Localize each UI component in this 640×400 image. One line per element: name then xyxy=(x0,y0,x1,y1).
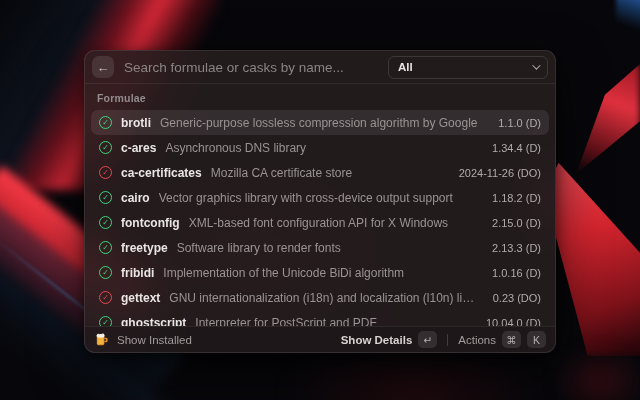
status-check-icon: ✓ xyxy=(99,116,112,129)
return-key-icon: ↵ xyxy=(418,331,437,348)
wallpaper-shape-topright-blue xyxy=(616,0,640,36)
formula-version: 1.18.2 (D) xyxy=(492,192,541,204)
formula-description: Software library to render fonts xyxy=(177,241,475,255)
status-check-icon: ✓ xyxy=(99,266,112,279)
list-item-cairo[interactable]: ✓ cairo Vector graphics library with cro… xyxy=(91,185,549,210)
filter-dropdown[interactable]: All xyxy=(388,56,548,79)
list-item-brotli[interactable]: ✓ brotli Generic-purpose lossless compre… xyxy=(91,110,549,135)
formula-name: ghostscript xyxy=(121,316,186,327)
formula-description: Generic-purpose lossless compression alg… xyxy=(160,116,481,130)
k-key-icon: K xyxy=(527,331,546,348)
formula-description: XML-based font configuration API for X W… xyxy=(189,216,475,230)
command-key-icon: ⌘ xyxy=(502,331,521,348)
show-installed-button[interactable]: Show Installed xyxy=(117,334,192,346)
actions-button[interactable]: Actions xyxy=(458,334,496,346)
formula-description: Asynchronous DNS library xyxy=(165,141,475,155)
footer-divider xyxy=(447,334,448,346)
formula-description: GNU internationalization (i18n) and loca… xyxy=(169,291,475,305)
formula-version: 2024-11-26 (DO) xyxy=(459,167,541,179)
formula-name: fontconfig xyxy=(121,216,180,230)
formula-version: 0.23 (DO) xyxy=(493,292,541,304)
wallpaper-shape-right-cone-upper xyxy=(562,64,640,174)
show-details-button[interactable]: Show Details xyxy=(341,334,413,346)
list-item-ghostscript[interactable]: ✓ ghostscript Interpreter for PostScript… xyxy=(91,310,549,326)
footer-left: Show Installed xyxy=(94,332,192,347)
status-check-icon: ✓ xyxy=(99,316,112,326)
formula-version: 2.15.0 (D) xyxy=(492,217,541,229)
back-button[interactable]: ← xyxy=(92,56,114,78)
list-item-c-ares[interactable]: ✓ c-ares Asynchronous DNS library 1.34.4… xyxy=(91,135,549,160)
search-input[interactable] xyxy=(124,60,388,75)
formula-version: 1.34.4 (D) xyxy=(492,142,541,154)
status-check-icon: ✓ xyxy=(99,141,112,154)
section-label: Formulae xyxy=(91,84,549,110)
list-item-freetype[interactable]: ✓ freetype Software library to render fo… xyxy=(91,235,549,260)
list-item-ca-certificates[interactable]: ✓ ca-certificates Mozilla CA certificate… xyxy=(91,160,549,185)
formula-name: gettext xyxy=(121,291,160,305)
wallpaper-shape-right-cone-lower xyxy=(544,146,640,356)
formula-name: ca-certificates xyxy=(121,166,202,180)
status-check-icon: ✓ xyxy=(99,291,112,304)
search-header: ← All xyxy=(85,51,555,84)
results-list: Formulae ✓ brotli Generic-purpose lossle… xyxy=(85,84,555,326)
formula-name: c-ares xyxy=(121,141,156,155)
formula-description: Implementation of the Unicode BiDi algor… xyxy=(163,266,475,280)
status-check-icon: ✓ xyxy=(99,241,112,254)
footer-bar: Show Installed Show Details ↵ Actions ⌘ … xyxy=(85,326,555,352)
formula-name: freetype xyxy=(121,241,168,255)
formula-version: 2.13.3 (D) xyxy=(492,242,541,254)
beer-mug-icon xyxy=(94,332,109,347)
status-check-icon: ✓ xyxy=(99,191,112,204)
formula-description: Vector graphics library with cross-devic… xyxy=(159,191,475,205)
list-item-fontconfig[interactable]: ✓ fontconfig XML-based font configuratio… xyxy=(91,210,549,235)
formula-version: 10.04.0 (D) xyxy=(486,317,541,327)
footer-right: Show Details ↵ Actions ⌘ K xyxy=(341,331,546,348)
formula-name: brotli xyxy=(121,116,151,130)
status-check-icon: ✓ xyxy=(99,166,112,179)
formula-version: 1.0.16 (D) xyxy=(492,267,541,279)
status-check-icon: ✓ xyxy=(99,216,112,229)
formula-version: 1.1.0 (D) xyxy=(498,117,541,129)
back-arrow-icon: ← xyxy=(97,60,110,75)
formula-description: Interpreter for PostScript and PDF xyxy=(195,316,469,327)
filter-dropdown-value: All xyxy=(398,61,413,73)
formula-name: cairo xyxy=(121,191,150,205)
homebrew-search-window: ← All Formulae ✓ brotli Generic-purpose … xyxy=(84,50,556,353)
chevron-down-icon xyxy=(532,61,540,69)
list-item-gettext[interactable]: ✓ gettext GNU internationalization (i18n… xyxy=(91,285,549,310)
formula-name: fribidi xyxy=(121,266,154,280)
list-item-fribidi[interactable]: ✓ fribidi Implementation of the Unicode … xyxy=(91,260,549,285)
formula-description: Mozilla CA certificate store xyxy=(211,166,442,180)
